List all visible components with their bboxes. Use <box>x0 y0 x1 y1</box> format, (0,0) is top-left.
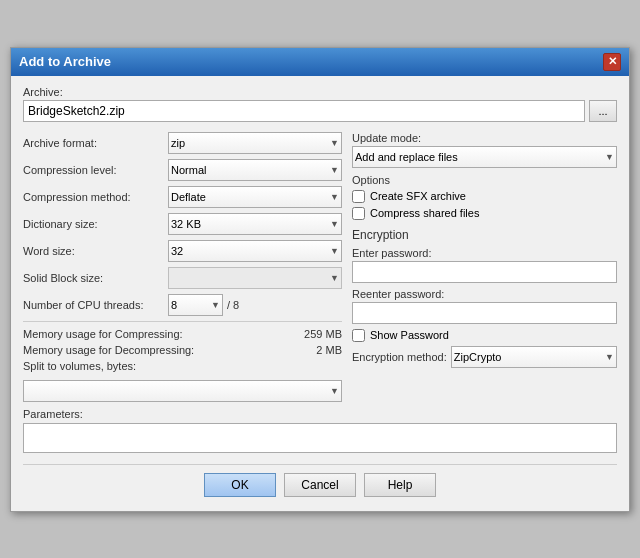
create-sfx-row: Create SFX archive <box>352 190 617 203</box>
create-sfx-label: Create SFX archive <box>370 190 466 202</box>
reenter-password-label: Reenter password: <box>352 288 617 300</box>
cpu-threads-row: Number of CPU threads: 8 ▼ / 8 <box>23 294 342 316</box>
archive-format-select[interactable]: zip <box>168 132 342 154</box>
encryption-title: Encryption <box>352 228 617 242</box>
reenter-password-row: Reenter password: <box>352 288 617 324</box>
archive-row: ... <box>23 100 617 122</box>
dictionary-size-label: Dictionary size: <box>23 218 168 230</box>
parameters-input[interactable] <box>23 423 617 453</box>
enter-password-input[interactable] <box>352 261 617 283</box>
cancel-button[interactable]: Cancel <box>284 473 356 497</box>
update-mode-section: Update mode: Add and replace files ▼ <box>352 132 617 168</box>
memory-compress-value: 259 MB <box>304 328 342 340</box>
compress-shared-label: Compress shared files <box>370 207 479 219</box>
split-label: Split to volumes, bytes: <box>23 360 168 372</box>
archive-label: Archive: <box>23 86 617 98</box>
cpu-threads-select[interactable]: 8 <box>168 294 223 316</box>
memory-decompress-label: Memory usage for Decompressing: <box>23 344 194 356</box>
archive-format-label: Archive format: <box>23 137 168 149</box>
word-size-row: Word size: 32 ▼ <box>23 240 342 262</box>
memory-compress-label: Memory usage for Compressing: <box>23 328 183 340</box>
compression-method-row: Compression method: Deflate ▼ <box>23 186 342 208</box>
parameters-section: Parameters: <box>23 408 617 456</box>
add-to-archive-dialog: Add to Archive ✕ Archive: ... Archive fo… <box>10 47 630 512</box>
archive-input[interactable] <box>23 100 585 122</box>
help-button[interactable]: Help <box>364 473 436 497</box>
encryption-section: Encryption Enter password: Reenter passw… <box>352 228 617 368</box>
update-mode-label: Update mode: <box>352 132 421 144</box>
compression-method-label: Compression method: <box>23 191 168 203</box>
update-mode-select-wrap: Add and replace files ▼ <box>352 146 617 168</box>
dictionary-size-select[interactable]: 32 KB <box>168 213 342 235</box>
memory-compress-row: Memory usage for Compressing: 259 MB <box>23 328 342 340</box>
compression-method-select-wrap: Deflate ▼ <box>168 186 342 208</box>
encryption-method-row: Encryption method: ZipCrypto ▼ <box>352 346 617 368</box>
right-column: Update mode: Add and replace files ▼ Opt… <box>352 132 617 408</box>
cpu-threads-max: / 8 <box>227 299 239 311</box>
options-title: Options <box>352 174 617 186</box>
word-size-select[interactable]: 32 <box>168 240 342 262</box>
two-column-layout: Archive format: zip ▼ Compression level:… <box>23 132 617 408</box>
show-password-checkbox[interactable] <box>352 329 365 342</box>
button-row: OK Cancel Help <box>23 464 617 501</box>
cpu-threads-select-wrap: 8 ▼ <box>168 294 223 316</box>
archive-format-row: Archive format: zip ▼ <box>23 132 342 154</box>
memory-decompress-row: Memory usage for Decompressing: 2 MB <box>23 344 342 356</box>
encryption-method-label: Encryption method: <box>352 351 447 363</box>
archive-format-select-wrap: zip ▼ <box>168 132 342 154</box>
browse-button[interactable]: ... <box>589 100 617 122</box>
solid-block-size-select[interactable] <box>168 267 342 289</box>
compression-level-label: Compression level: <box>23 164 168 176</box>
dictionary-size-select-wrap: 32 KB ▼ <box>168 213 342 235</box>
enter-password-row: Enter password: <box>352 247 617 283</box>
enter-password-label: Enter password: <box>352 247 617 259</box>
compress-shared-checkbox[interactable] <box>352 207 365 220</box>
compression-level-select[interactable]: Normal <box>168 159 342 181</box>
create-sfx-checkbox[interactable] <box>352 190 365 203</box>
split-row: Split to volumes, bytes: <box>23 360 342 372</box>
compression-level-select-wrap: Normal ▼ <box>168 159 342 181</box>
update-mode-select[interactable]: Add and replace files <box>352 146 617 168</box>
title-bar: Add to Archive ✕ <box>11 48 629 76</box>
reenter-password-input[interactable] <box>352 302 617 324</box>
compression-level-row: Compression level: Normal ▼ <box>23 159 342 181</box>
word-size-label: Word size: <box>23 245 168 257</box>
dialog-body: Archive: ... Archive format: zip ▼ <box>11 76 629 511</box>
parameters-label: Parameters: <box>23 408 617 420</box>
compress-shared-row: Compress shared files <box>352 207 617 220</box>
cpu-threads-label: Number of CPU threads: <box>23 299 168 311</box>
encryption-method-select[interactable]: ZipCrypto <box>451 346 617 368</box>
encryption-method-select-wrap: ZipCrypto ▼ <box>451 346 617 368</box>
dictionary-size-row: Dictionary size: 32 KB ▼ <box>23 213 342 235</box>
close-button[interactable]: ✕ <box>603 53 621 71</box>
show-password-row: Show Password <box>352 329 617 342</box>
word-size-select-wrap: 32 ▼ <box>168 240 342 262</box>
options-section: Options Create SFX archive Compress shar… <box>352 174 617 220</box>
compression-method-select[interactable]: Deflate <box>168 186 342 208</box>
memory-decompress-value: 2 MB <box>316 344 342 356</box>
split-select[interactable] <box>23 380 342 402</box>
left-column: Archive format: zip ▼ Compression level:… <box>23 132 342 408</box>
solid-block-size-label: Solid Block size: <box>23 272 168 284</box>
ok-button[interactable]: OK <box>204 473 276 497</box>
solid-block-size-select-wrap: ▼ <box>168 267 342 289</box>
split-select-wrap: ▼ <box>23 380 342 402</box>
show-password-label: Show Password <box>370 329 449 341</box>
solid-block-size-row: Solid Block size: ▼ <box>23 267 342 289</box>
dialog-title: Add to Archive <box>19 54 111 69</box>
